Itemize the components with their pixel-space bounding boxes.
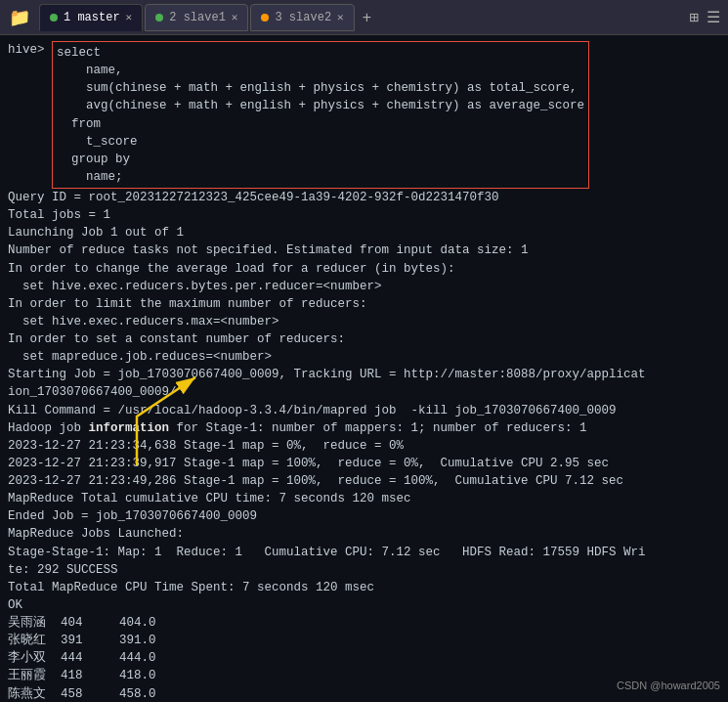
- constant-reducers-set-line: set mapreduce.job.reduces=<number>: [8, 350, 272, 364]
- title-bar: 📁 1 master ✕ 2 slave1 ✕ 3 slave2 ✕ + ⊞ ☰: [0, 0, 728, 35]
- terminal: hive> select name, sum(chinese + math + …: [0, 35, 728, 702]
- total-mapreduce-cpu-line: Total MapReduce CPU Time Spent: 7 second…: [8, 581, 374, 594]
- avg-load-line: In order to change the average load for …: [8, 262, 455, 276]
- launching-line: Launching Job 1 out of 1: [8, 226, 184, 240]
- mapreduce-jobs-launched-line: MapReduce Jobs Launched:: [8, 527, 184, 541]
- tab-dot-green: [50, 14, 58, 22]
- menu-icon[interactable]: ☰: [707, 8, 720, 27]
- result-row-5: 陈燕文 458 458.0: [8, 687, 156, 701]
- stage1-map100-line: 2023-12-27 21:23:39,917 Stage-1 map = 10…: [8, 457, 609, 470]
- tab-close-master[interactable]: ✕: [126, 11, 133, 23]
- tab-master[interactable]: 1 master ✕: [39, 4, 143, 31]
- ok-line: OK: [8, 598, 22, 612]
- kill-command-line: Kill Command = /usr/local/hadoop-3.3.4/b…: [8, 404, 617, 417]
- query-id-line: Query ID = root_20231227212323_425cee49-…: [8, 191, 499, 204]
- title-bar-icon: 📁: [8, 6, 31, 29]
- avg-load-set-line: set hive.exec.reducers.bytes.per.reducer…: [8, 280, 382, 293]
- result-row-3: 李小双 444 444.0: [8, 651, 156, 665]
- stage1-map0-line: 2023-12-27 21:23:34,638 Stage-1 map = 0%…: [8, 439, 404, 453]
- hive-prompt-1: hive>: [8, 43, 52, 57]
- ended-job-line: Ended Job = job_1703070667400_0009: [8, 509, 257, 523]
- tab-slave1-label: 2 slave1: [169, 11, 226, 24]
- tab-close-slave2[interactable]: ✕: [337, 11, 344, 23]
- result-row-2: 张晓红 391 391.0: [8, 634, 156, 647]
- limit-reducers-set-line: set hive.exec.reducers.max=<number>: [8, 315, 279, 329]
- total-jobs-line: Total jobs = 1: [8, 208, 110, 222]
- tab-dot-orange: [261, 14, 269, 22]
- tab-master-label: 1 master: [64, 11, 120, 24]
- limit-reducers-line: In order to limit the maximum number of …: [8, 297, 367, 311]
- result-row-4: 王丽霞 418 418.0: [8, 669, 156, 682]
- hadoop-job-info-line: Hadoop job information for Stage-1: numb…: [8, 421, 587, 435]
- terminal-content: hive> select name, sum(chinese + math + …: [8, 41, 720, 702]
- title-bar-actions: ⊞ ☰: [689, 8, 720, 27]
- mapreduce-cpu-line: MapReduce Total cumulative CPU time: 7 s…: [8, 492, 411, 505]
- ion-line: ion_1703070667400_0009/: [8, 385, 177, 399]
- stage-stage1-line: Stage-Stage-1: Map: 1 Reduce: 1 Cumulati…: [8, 546, 646, 559]
- tab-dot-green-2: [155, 14, 163, 22]
- add-tab-button[interactable]: +: [357, 7, 377, 28]
- constant-reducers-line: In order to set a constant number of red…: [8, 332, 345, 346]
- tab-slave1[interactable]: 2 slave1 ✕: [145, 4, 248, 31]
- tabs: 1 master ✕ 2 slave1 ✕ 3 slave2 ✕ +: [39, 4, 689, 31]
- tab-slave2-label: 3 slave2: [275, 11, 331, 24]
- tab-close-slave1[interactable]: ✕: [232, 11, 238, 23]
- stage1-reduce100-line: 2023-12-27 21:23:49,286 Stage-1 map = 10…: [8, 474, 623, 488]
- result-row-1: 吴雨涵 404 404.0: [8, 616, 156, 630]
- reduce-tasks-line: Number of reduce tasks not specified. Es…: [8, 243, 529, 257]
- grid-icon[interactable]: ⊞: [689, 8, 699, 27]
- te-line: te: 292 SUCCESS: [8, 563, 118, 577]
- tab-slave2[interactable]: 3 slave2 ✕: [250, 4, 354, 31]
- starting-job-line: Starting Job = job_1703070667400_0009, T…: [8, 368, 646, 381]
- watermark: CSDN @howard2005: [617, 679, 720, 694]
